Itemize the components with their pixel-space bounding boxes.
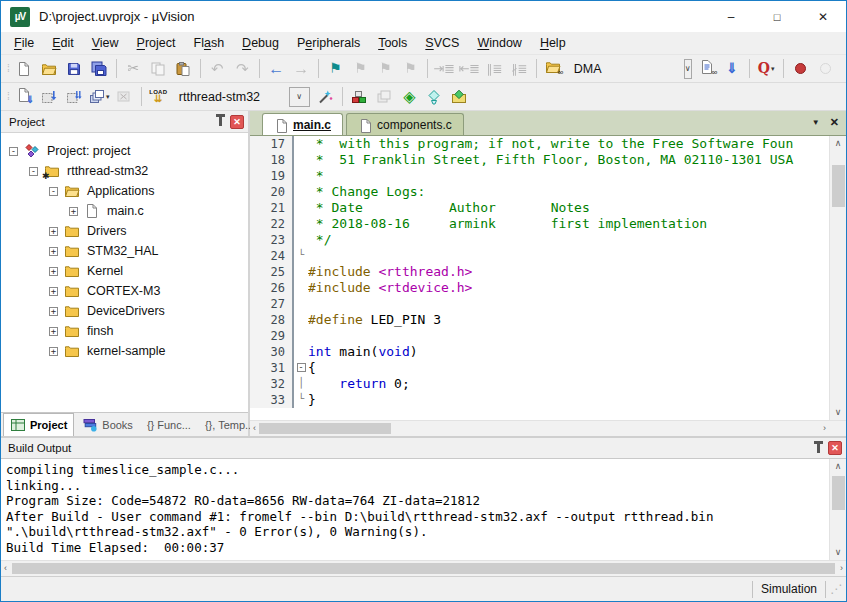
tree-item-project-project[interactable]: -Project: project	[1, 141, 248, 161]
scroll-right-icon[interactable]: ›	[820, 421, 829, 436]
code-line-27[interactable]: 27	[250, 296, 829, 312]
editor-tab-main-c[interactable]: main.c	[262, 113, 343, 135]
code-line-23[interactable]: 23 */	[250, 232, 829, 248]
tree-expander-icon[interactable]: +	[49, 287, 58, 296]
manage-rte-button[interactable]: ◈	[397, 85, 422, 108]
tree-item-kernel-sample[interactable]: +kernel-sample	[1, 341, 248, 361]
save-button[interactable]	[62, 57, 87, 80]
copy-button[interactable]	[146, 57, 171, 80]
new-file-button[interactable]	[12, 57, 37, 80]
menu-svcs[interactable]: SVCS	[416, 33, 468, 53]
uncomment-button[interactable]: ∦≣	[507, 57, 532, 80]
scroll-down-icon[interactable]: ∨	[832, 545, 845, 560]
select-packs-button[interactable]	[422, 85, 447, 108]
editor-horizontal-scrollbar[interactable]: ‹ ›	[250, 420, 846, 436]
scroll-down-icon[interactable]: ∨	[832, 405, 845, 420]
redo-button[interactable]: ↷	[230, 57, 255, 80]
code-line-24[interactable]: 24└	[250, 248, 829, 264]
menu-window[interactable]: Window	[468, 33, 530, 53]
outdent-button[interactable]: ⇤≣	[457, 57, 482, 80]
project-panel-close-icon[interactable]: ✕	[230, 115, 244, 129]
menu-file[interactable]: File	[5, 33, 43, 53]
editor-vscroll-thumb[interactable]	[832, 165, 845, 207]
panel-tab-project[interactable]: Project	[3, 413, 74, 436]
code-line-31[interactable]: 31-{	[250, 360, 829, 376]
bookmark-prev-button[interactable]: ⚑	[348, 57, 373, 80]
incremental-find-button[interactable]: ⇓	[720, 57, 745, 80]
code-line-30[interactable]: 30int main(void)	[250, 344, 829, 360]
comment-button[interactable]: ∥≣	[482, 57, 507, 80]
build-output-vscroll-thumb[interactable]	[832, 476, 845, 510]
search-tool-button[interactable]: Q▾	[754, 57, 779, 80]
scroll-left-icon[interactable]: ‹	[250, 421, 259, 436]
code-line-17[interactable]: 17 * with this program; if not, write to…	[250, 136, 829, 152]
menu-view[interactable]: View	[83, 33, 128, 53]
editor-close-icon[interactable]: ✕	[830, 116, 839, 129]
toolbar-grip[interactable]: ⁞	[7, 63, 8, 74]
bookmark-next-button[interactable]: ⚑	[373, 57, 398, 80]
tree-expander-icon[interactable]: +	[49, 227, 58, 236]
editor-hscroll-thumb[interactable]	[259, 423, 391, 434]
find-combobox-value[interactable]: DMA	[566, 62, 684, 76]
find-combobox[interactable]: DMA	[566, 62, 684, 76]
breakpoint-enable-button[interactable]	[813, 57, 838, 80]
scroll-right-icon[interactable]: ›	[837, 561, 846, 576]
bookmark-clear-button[interactable]: ⚑	[398, 57, 423, 80]
close-button[interactable]: ✕	[800, 1, 846, 32]
tree-item-drivers[interactable]: +Drivers	[1, 221, 248, 241]
menu-project[interactable]: Project	[128, 33, 185, 53]
maximize-button[interactable]: □	[754, 1, 800, 32]
tree-item-cortex-m3[interactable]: +CORTEX-M3	[1, 281, 248, 301]
fold-margin[interactable]: -	[294, 360, 308, 376]
tree-expander-icon[interactable]: +	[49, 347, 58, 356]
target-combobox-value[interactable]: rtthread-stm32	[171, 90, 289, 104]
tree-item-main-c[interactable]: +main.c	[1, 201, 248, 221]
tree-expander-icon[interactable]: +	[49, 267, 58, 276]
build-output-vertical-scrollbar[interactable]: ∧ ∨	[829, 459, 846, 560]
pack-installer-button[interactable]	[447, 85, 472, 108]
breakpoint-clipped-button[interactable]	[838, 57, 846, 80]
minimize-button[interactable]: –	[708, 1, 754, 32]
navigate-forward-button[interactable]: →	[289, 57, 314, 80]
stop-build-button[interactable]	[112, 85, 137, 108]
menu-debug[interactable]: Debug	[233, 33, 288, 53]
tree-expander-icon[interactable]: -	[49, 187, 58, 196]
target-options-button[interactable]	[313, 85, 338, 108]
code-line-21[interactable]: 21 * Date Author Notes	[250, 200, 829, 216]
find-in-files-button[interactable]: ∞	[541, 57, 566, 80]
code-line-26[interactable]: 26#include <rtdevice.h>	[250, 280, 829, 296]
code-line-29[interactable]: 29	[250, 328, 829, 344]
bookmark-toggle-button[interactable]: ⚑	[323, 57, 348, 80]
tree-item-devicedrivers[interactable]: +DeviceDrivers	[1, 301, 248, 321]
navigate-back-button[interactable]: ←	[264, 57, 289, 80]
build-output-close-icon[interactable]: ✕	[828, 441, 842, 455]
download-button[interactable]: LOAD⇊	[146, 85, 171, 108]
tree-expander-icon[interactable]: +	[49, 327, 58, 336]
code-line-19[interactable]: 19 *	[250, 168, 829, 184]
rebuild-button[interactable]	[62, 85, 87, 108]
code-line-20[interactable]: 20 * Change Logs:	[250, 184, 829, 200]
tree-item-stm32-hal[interactable]: +STM32_HAL	[1, 241, 248, 261]
pin-icon[interactable]	[817, 444, 820, 453]
breakpoint-toggle-button[interactable]	[788, 57, 813, 80]
panel-tab--func-[interactable]: {} Func...	[141, 413, 197, 436]
scroll-left-icon[interactable]: ‹	[1, 561, 10, 576]
resize-grip[interactable]: ⋰	[826, 582, 846, 596]
code-line-33[interactable]: 33└}	[250, 392, 829, 408]
cut-button[interactable]: ✂	[121, 57, 146, 80]
panel-tab-books[interactable]: Books	[76, 413, 139, 436]
menu-edit[interactable]: Edit	[43, 33, 83, 53]
menu-flash[interactable]: Flash	[185, 33, 234, 53]
build-button[interactable]	[37, 85, 62, 108]
scroll-up-icon[interactable]: ∧	[832, 136, 845, 151]
pin-icon[interactable]	[219, 117, 222, 126]
toolbar-grip[interactable]: ⁞	[7, 91, 8, 102]
tree-item-rtthread-stm32[interactable]: -✱rtthread-stm32	[1, 161, 248, 181]
tree-expander-icon[interactable]: -	[29, 167, 38, 176]
code-line-28[interactable]: 28#define LED_PIN 3	[250, 312, 829, 328]
open-folder-button[interactable]	[37, 57, 62, 80]
tree-item-applications[interactable]: -Applications	[1, 181, 248, 201]
menu-peripherals[interactable]: Peripherals	[288, 33, 369, 53]
menu-tools[interactable]: Tools	[369, 33, 416, 53]
save-all-button[interactable]	[87, 57, 112, 80]
